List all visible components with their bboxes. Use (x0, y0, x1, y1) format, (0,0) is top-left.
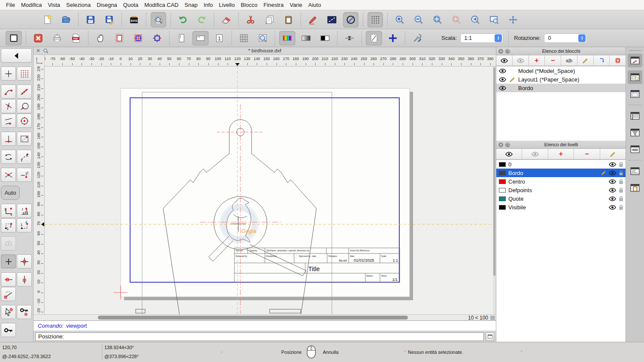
menu-file[interactable]: File (6, 2, 15, 8)
blocks-rename-button[interactable]: a|b (561, 55, 577, 66)
vertical-scrollbar-thumb[interactable] (493, 67, 495, 276)
snap-on-circle-button[interactable] (17, 99, 32, 113)
layer-visibility-eye-icon[interactable] (609, 205, 616, 210)
blocks-eye-off-button[interactable] (513, 55, 529, 66)
dock-clipboard-toggle-button[interactable] (628, 181, 642, 195)
menu-finestra[interactable]: Finestra (264, 2, 284, 8)
menu-snap[interactable]: Snap (185, 2, 197, 8)
snap-center-button[interactable] (17, 114, 32, 128)
menu-info[interactable]: Info (204, 2, 213, 8)
color-grayscale-button[interactable] (298, 31, 314, 45)
erase-button[interactable] (219, 12, 234, 27)
splitter-dot[interactable] (221, 351, 222, 353)
zoom-auto-button[interactable] (430, 12, 445, 27)
command-detach-button[interactable] (486, 332, 494, 341)
print-button[interactable] (49, 31, 65, 45)
drawing-canvas[interactable]: Item ref Quantity Title/Name, destinatio… (45, 66, 496, 314)
tool-settings-button[interactable] (409, 31, 425, 45)
page-landscape-button[interactable] (192, 31, 209, 45)
restrict-none-button[interactable] (1, 254, 16, 268)
layer-visibility-eye-icon[interactable] (609, 171, 616, 175)
dock-selection-toggle-button[interactable] (628, 109, 642, 123)
menu-quota[interactable]: Quota (123, 2, 138, 8)
dock-viewports-toggle-button[interactable] (628, 87, 642, 101)
horizontal-scrollbar[interactable]: 10 < 100 (33, 314, 496, 320)
snap-middle-button[interactable] (17, 254, 32, 268)
color-full-button[interactable] (279, 31, 295, 45)
layer-lock-icon[interactable] (619, 162, 623, 167)
layer-color-swatch[interactable] (499, 171, 506, 175)
snap-intersection-button[interactable] (1, 99, 16, 113)
visibility-eye-icon[interactable] (499, 77, 506, 82)
menu-blocco[interactable]: Blocco (241, 2, 258, 8)
export-svg-button[interactable]: SVG (126, 12, 142, 27)
snap-reference-button[interactable] (17, 132, 32, 146)
layer-row-visibile[interactable]: Visibile (496, 203, 626, 211)
snap-distance-button[interactable]: 12 (17, 150, 32, 164)
layers-eye-off-button[interactable] (522, 149, 548, 159)
layer-color-swatch[interactable] (499, 196, 506, 201)
layer-visibility-eye-icon[interactable] (609, 196, 616, 201)
file-tab-title[interactable]: * birdhouse.dxf (33, 48, 496, 53)
layer-color-swatch[interactable] (499, 162, 506, 167)
page-number-1-button[interactable]: 1 (211, 31, 228, 45)
snap-auto-button[interactable] (1, 150, 16, 164)
dock-views-toggle-button[interactable] (628, 142, 642, 156)
copy-button[interactable]: + (262, 12, 277, 27)
table-grid-button[interactable] (236, 31, 252, 45)
blocks-panel-float-icon[interactable]: ❐ (505, 49, 510, 54)
snap-on-entity-button[interactable] (17, 84, 32, 99)
new-file-button[interactable] (39, 12, 55, 27)
rotation-stepper-icon[interactable]: ▲▼ (578, 34, 586, 42)
coord-polar-button[interactable]: ra (17, 204, 32, 218)
color-blackwhite-button[interactable] (317, 31, 333, 45)
intersection-manual-button[interactable]: ! (17, 168, 32, 182)
edit-pencil-button[interactable] (305, 12, 321, 27)
blocks-remove-button[interactable]: − (545, 55, 561, 66)
layers-add-button[interactable]: + (548, 149, 574, 159)
save-button[interactable] (83, 12, 98, 27)
layers-panel-close-icon[interactable]: ✕ (498, 142, 503, 147)
visibility-eye-icon[interactable] (499, 69, 506, 73)
redo-button[interactable] (194, 12, 210, 27)
layer-visibility-eye-icon[interactable] (609, 188, 616, 193)
coord-cartesian-button[interactable]: yx (1, 204, 16, 218)
layer-row-defpoints[interactable]: Defpoints (496, 186, 626, 194)
dock-filter-toggle-button[interactable] (628, 126, 642, 139)
layer-color-swatch[interactable] (499, 205, 506, 210)
open-file-button[interactable] (58, 12, 74, 27)
page-border-button[interactable] (111, 31, 128, 45)
linetype-button[interactable] (324, 12, 340, 27)
angle-gauge-button[interactable] (1, 287, 16, 301)
layer-color-swatch[interactable] (499, 188, 506, 193)
blocks-add-button[interactable]: + (529, 55, 545, 66)
pan-view-button[interactable] (505, 12, 521, 27)
page-portrait-button[interactable] (173, 31, 190, 45)
layer-row-centro[interactable]: Centro (496, 177, 626, 186)
layer-color-swatch[interactable] (499, 179, 506, 184)
layer-row-0[interactable]: 0 (496, 160, 626, 169)
blocks-insert-button[interactable] (594, 55, 610, 66)
restrict-off-button[interactable] (1, 236, 16, 250)
close-drawing-button[interactable] (30, 31, 46, 45)
scale-stepper-icon[interactable]: ▲▼ (495, 34, 502, 42)
undo-button[interactable] (175, 12, 191, 27)
blocks-edit-button[interactable] (577, 55, 594, 66)
layer-lock-icon[interactable] (619, 205, 623, 210)
zoom-in-button[interactable] (392, 12, 407, 27)
visibility-eye-icon[interactable] (499, 86, 506, 90)
draft-mode-button[interactable] (366, 31, 382, 45)
scale-combobox[interactable]: 1:1 ▲▼ (460, 33, 503, 43)
layers-remove-button[interactable]: − (574, 149, 600, 159)
zoom-selection-button[interactable] (449, 12, 464, 27)
zoom-out-button[interactable] (411, 12, 426, 27)
layer-visibility-eye-icon[interactable] (609, 162, 616, 167)
grid-snap-button[interactable] (17, 66, 32, 81)
blocks-panel-close-icon[interactable]: ✕ (498, 49, 503, 54)
save-as-button[interactable] (102, 12, 117, 27)
menu-seleziona[interactable]: Seleziona (66, 2, 91, 8)
block-row-model-model-space-[interactable]: Model (*Model_Space) (496, 66, 626, 75)
show-points-button[interactable] (385, 31, 401, 45)
layer-visibility-eye-icon[interactable] (609, 179, 616, 184)
intersection-x-button[interactable] (1, 168, 16, 182)
